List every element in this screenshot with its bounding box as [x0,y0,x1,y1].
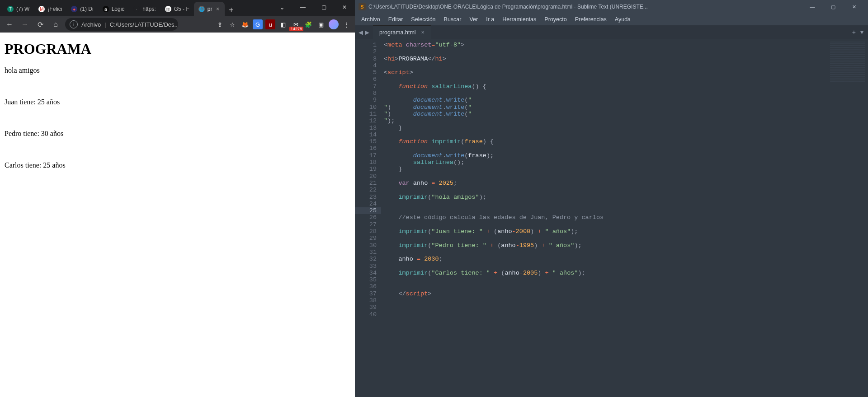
rendered-page: PROGRAMA hola amigos Juan tiene: 25 años… [0,33,355,397]
new-tab-button[interactable]: + [225,4,237,16]
close-window-button[interactable]: ✕ [334,0,355,14]
tab-1[interactable]: M¡Felici [34,2,66,16]
tab-title: ¡Felici [47,6,62,12]
nav-arrows: ◀ ▶ [355,29,373,36]
menu-archivo[interactable]: Archivo [358,15,384,24]
editor[interactable]: 1234567891011121314151617181920212223242… [355,39,868,397]
extension-icon[interactable]: 🦊 [240,19,250,29]
sidepanel-icon[interactable]: ▣ [316,19,326,29]
url-separator: | [104,21,106,28]
tab-3[interactable]: aLógic [98,2,129,16]
chrome-top-chrome: 7(7) W M¡Felici ●(1) Di aLógic ·https: ▥… [0,0,355,33]
tabbar-right: + ▾ [852,28,868,36]
minimize-button[interactable]: ― [802,0,823,14]
menu-preferencias[interactable]: Preferencias [571,15,610,24]
tab-0[interactable]: 7(7) W [3,2,34,16]
favicon: ● [71,6,77,12]
tab-2[interactable]: ●(1) Di [66,2,98,16]
page-line: hola amigos [5,66,350,75]
sublime-window-controls: ― ▢ ✕ [802,0,864,14]
sublime-titlebar: S C:\Users\LATITUDE\Desktop\ONE-ORACLE\L… [355,0,868,14]
extensions-puzzle-icon[interactable]: 🧩 [303,19,313,29]
tab-menu-icon[interactable]: ▾ [860,28,863,36]
sublime-title: C:\Users\LATITUDE\Desktop\ONE-ORACLE\Lóg… [368,4,799,10]
tab-strip: 7(7) W M¡Felici ●(1) Di aLógic ·https: ▥… [0,0,355,16]
menu-editar[interactable]: Editar [385,15,407,24]
profile-avatar[interactable] [329,19,339,29]
bookmark-icon[interactable]: ☆ [227,19,237,29]
tab-title: (1) Di [80,6,93,12]
menu-herramientas[interactable]: Herramientas [499,15,540,24]
kebab-menu-icon[interactable]: ⋮ [341,19,351,29]
mail-icon[interactable]: ✉ [291,19,301,29]
close-window-button[interactable]: ✕ [844,0,864,14]
sublime-menubar: Archivo Editar Selección Buscar Ver Ir a… [355,14,868,25]
page-line: Pedro tiene: 30 años [5,130,350,138]
minimap-viewport [830,42,865,82]
url-path: C:/Users/LATITUDE/Des... [110,21,178,28]
tab-title: (7) W [16,6,29,12]
window-controls: ⌄ ― ▢ ✕ [272,0,355,14]
minimap[interactable] [827,39,868,397]
forward-button[interactable]: → [19,19,31,30]
tab-active[interactable]: 🌐pr× [194,2,225,16]
code-area[interactable]: <meta charset="utf-8"><h1>PROGRAMA</h1><… [381,39,827,397]
page-heading: PROGRAMA [5,41,350,57]
menu-ver[interactable]: Ver [466,15,481,24]
gtranslate-icon[interactable]: G [253,19,263,29]
tab-close-icon[interactable]: × [215,6,220,12]
chrome-window: 7(7) W M¡Felici ●(1) Di aLógic ·https: ▥… [0,0,355,397]
tab-title: G5 - F [174,6,189,12]
omnibox[interactable]: i Archivo | C:/Users/LATITUDE/Des... [65,18,178,31]
tab-title: pr [208,6,212,12]
maximize-button[interactable]: ▢ [313,0,334,14]
page-line: Juan tiene: 25 años [5,98,350,106]
tab-4[interactable]: ·https: [129,2,160,16]
menu-ira[interactable]: Ir a [482,15,498,24]
minimize-button[interactable]: ― [292,0,313,14]
nav-back-icon[interactable]: ◀ [359,29,363,36]
favicon: · [133,6,140,12]
share-icon[interactable]: ⇪ [215,19,225,29]
sublime-window: S C:\Users\LATITUDE\Desktop\ONE-ORACLE\L… [355,0,868,397]
favicon: 7 [7,6,14,12]
menu-seleccion[interactable]: Selección [407,15,439,24]
sublime-tabbar: ◀ ▶ programa.html × + ▾ [355,25,868,39]
menu-proyecto[interactable]: Proyecto [541,15,570,24]
tab-5[interactable]: ▥G5 - F [160,2,194,16]
toolbar-actions: ⇪ ☆ 🦊 G u ◧ ✉ 🧩 ▣ ⋮ [215,19,351,29]
ublock-icon[interactable]: u [265,19,275,29]
tab-title: https: [142,6,156,12]
reload-button[interactable]: ⟳ [34,19,46,30]
line-gutter: 1234567891011121314151617181920212223242… [355,39,381,397]
favicon: a [103,6,109,12]
extension-icon-2[interactable]: ◧ [278,19,288,29]
tab-title: Lógic [112,6,125,12]
maximize-button[interactable]: ▢ [823,0,844,14]
favicon: M [38,6,45,12]
address-bar: ← → ⟳ ⌂ i Archivo | C:/Users/LATITUDE/De… [0,16,355,33]
favicon: ▥ [165,6,171,12]
file-tab[interactable]: programa.html × [373,25,431,39]
file-tab-label: programa.html [379,29,416,36]
sublime-logo-icon: S [359,3,366,10]
menu-ayuda[interactable]: Ayuda [611,15,634,24]
nav-forward-icon[interactable]: ▶ [365,29,369,36]
globe-icon: 🌐 [198,6,205,12]
url-scheme: Archivo [81,21,101,28]
menu-buscar[interactable]: Buscar [440,15,465,24]
tab-search-icon[interactable]: ⌄ [272,0,292,14]
home-button[interactable]: ⌂ [50,19,61,30]
page-line: Carlos tiene: 25 años [5,161,350,169]
back-button[interactable]: ← [4,19,15,30]
file-tab-close-icon[interactable]: × [421,29,425,36]
new-file-icon[interactable]: + [852,28,856,36]
site-info-icon[interactable]: i [70,20,78,28]
